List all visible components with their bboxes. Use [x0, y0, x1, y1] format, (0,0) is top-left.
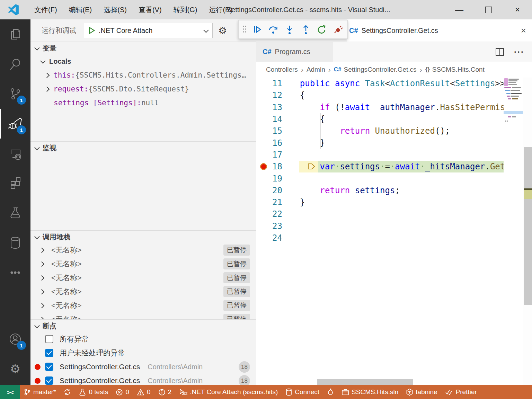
breakpoints-header[interactable]: 断点 [30, 320, 256, 332]
menu-item[interactable]: 编辑(E) [63, 3, 98, 17]
scrollbar-thumb[interactable] [524, 147, 532, 305]
accounts-badge: 1 [17, 341, 26, 350]
code-editor[interactable]: 11 public async Task<ActionResult<Settin… [256, 78, 532, 385]
variable-value: {SSCMS.Dto.SiteRequest} [88, 85, 189, 93]
tab-bar-row-1: C# SettingsController.Get.cs × [256, 19, 532, 42]
status-item-project[interactable]: SSCMS.Hits.sln [338, 385, 402, 399]
manage-button[interactable]: ⚙ [0, 354, 30, 384]
source-control-badge: 1 [17, 96, 26, 105]
sidebar-item-explorer[interactable] [0, 19, 30, 49]
breakpoint-exception-row[interactable]: 所有异常 [30, 332, 256, 346]
status-item-check[interactable]: Prettier [441, 385, 481, 399]
status-item-flame[interactable] [323, 385, 338, 399]
step-over-button[interactable] [267, 22, 280, 37]
split-editor-icon[interactable] [495, 48, 504, 56]
code-token [280, 79, 300, 88]
remote-indicator[interactable]: >< [0, 385, 20, 399]
breakpoints-pane: 断点 所有异常用户未经处理的异常SettingsController.Get.c… [30, 319, 256, 385]
variables-header[interactable]: 变量 [30, 42, 256, 54]
accounts-button[interactable]: 1 [0, 324, 30, 354]
debug-config-dropdown[interactable]: .NET Core Attach [84, 23, 213, 38]
disconnect-button[interactable] [331, 22, 345, 37]
tab-program[interactable]: C# Program.cs [256, 42, 333, 62]
watch-header[interactable]: 监视 [30, 142, 256, 154]
code-line: 21 } [256, 196, 532, 208]
step-into-button[interactable] [283, 22, 296, 37]
breakpoint-checkbox[interactable] [45, 335, 53, 343]
debug-icon [179, 388, 187, 396]
sidebar-item-extensions[interactable] [0, 168, 30, 198]
step-out-button[interactable] [299, 22, 312, 37]
status-item-info[interactable]: 2 [154, 385, 176, 399]
breakpoint-exception-row[interactable]: 用户未经处理的异常 [30, 346, 256, 360]
activity-bar-bottom: 1 ⚙ [0, 324, 30, 384]
call-stack-header[interactable]: 调用堆栈 [30, 231, 256, 243]
sidebar-item-source-control[interactable]: 1 [0, 79, 30, 109]
paused-badge: 已暂停 [223, 300, 250, 311]
breadcrumb-separator: › [301, 65, 303, 74]
call-stack-frame[interactable]: <无名称>已暂停 [30, 299, 256, 312]
paused-badge: 已暂停 [223, 314, 250, 319]
frame-label: <无名称> [51, 273, 82, 283]
call-stack-frame[interactable]: <无名称>已暂停 [30, 271, 256, 285]
call-stack-frame[interactable]: <无名称>已暂停 [30, 257, 256, 271]
status-item-debug[interactable]: .NET Core Attach (sscms.hits) [175, 385, 282, 399]
status-item-warning[interactable]: 0 [133, 385, 154, 399]
status-item-error[interactable]: 0 [112, 385, 133, 399]
status-item-beaker[interactable]: 0 tests [75, 385, 112, 399]
continue-button[interactable] [251, 22, 264, 37]
breadcrumb-item[interactable]: {}SSCMS.Hits.Cont [425, 66, 485, 73]
breakpoint-row[interactable]: SettingsController.Get.csControllers\Adm… [30, 360, 256, 374]
status-item-sync[interactable] [60, 385, 75, 399]
tab-settingscontroller[interactable]: C# SettingsController.Get.cs × [347, 19, 532, 42]
call-stack-frame[interactable]: <无名称>已暂停 [30, 312, 256, 319]
vertical-scrollbar[interactable] [523, 78, 532, 385]
code-token [280, 103, 320, 112]
minimap-slider[interactable] [504, 111, 523, 114]
breakpoint-checkbox[interactable] [45, 349, 53, 357]
sidebar-item-remote-explorer[interactable] [0, 139, 30, 168]
sidebar-item-search[interactable] [0, 49, 30, 79]
sidebar-item-more[interactable] [0, 258, 30, 287]
toolbar-drag-handle[interactable] [241, 22, 248, 37]
frame-label: <无名称> [51, 245, 82, 255]
call-stack-frame[interactable]: <无名称>已暂停 [30, 285, 256, 299]
debug-settings-gear-icon[interactable]: ⚙ [218, 25, 227, 36]
breadcrumb-item[interactable]: Admin [307, 66, 325, 73]
variable-row[interactable]: this: {SSCMS.Hits.Controllers.Admin.Sett… [30, 68, 256, 82]
breakpoint-line-badge: 18 [239, 375, 250, 385]
menu-item[interactable]: 文件(F) [28, 3, 63, 17]
code-token: < [385, 79, 390, 88]
menu-item[interactable]: 选择(S) [98, 3, 133, 17]
menu-item[interactable]: 转到(G) [168, 3, 203, 17]
status-item-database[interactable]: Connect [282, 385, 323, 399]
minimap[interactable] [504, 78, 523, 385]
close-icon[interactable]: × [521, 26, 526, 35]
code-token [370, 126, 375, 136]
sidebar-item-database[interactable] [0, 228, 30, 258]
sidebar-item-run-and-debug[interactable]: 1 [0, 109, 30, 139]
status-item-branch[interactable]: master* [20, 385, 60, 399]
debug-config-label: .NET Core Attach [99, 27, 204, 35]
minimize-button[interactable]: — [445, 0, 474, 19]
maximize-button[interactable] [474, 0, 503, 19]
variables-scope-locals[interactable]: Locals [30, 54, 256, 68]
tab-bar-row-2: C# Program.cs ··· [256, 42, 532, 62]
call-stack-frame[interactable]: <无名称>已暂停 [30, 243, 256, 257]
close-button[interactable]: × [503, 0, 532, 19]
menu-item[interactable]: 查看(V) [133, 3, 168, 17]
start-debug-icon[interactable] [88, 27, 95, 34]
more-actions-icon[interactable]: ··· [514, 47, 524, 57]
breadcrumb-item[interactable]: C#SettingsController.Get.cs [334, 66, 417, 73]
breadcrumb-item[interactable]: Controllers [266, 66, 298, 73]
horizontal-scrollbar-thumb[interactable] [317, 379, 413, 385]
variable-name: request: [53, 85, 88, 93]
status-item-tabnine[interactable]: tabnine [402, 385, 441, 399]
breakpoint-checkbox[interactable] [45, 363, 53, 371]
variable-row[interactable]: request: {SSCMS.Dto.SiteRequest} [30, 82, 256, 96]
sidebar-item-testing[interactable] [0, 198, 30, 228]
breakpoint-checkbox[interactable] [45, 376, 53, 385]
variable-row[interactable]: settings [Settings]: null [30, 96, 256, 110]
restart-button[interactable] [316, 22, 329, 37]
breakpoint-row[interactable]: SettingsController.Get.csControllers\Adm… [30, 374, 256, 385]
